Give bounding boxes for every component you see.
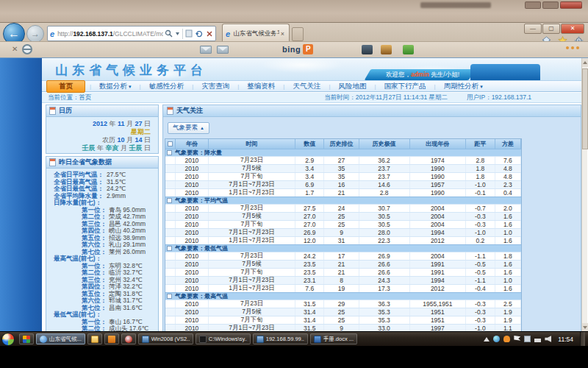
nav-item-3[interactable]: 敏感性分析 <box>141 82 193 91</box>
nav-bar: 首页|数据分析▾|敏感性分析|灾害查询|整编资料|天气关注|风险地图|国家下行产… <box>42 80 584 92</box>
row-checkbox-cell <box>165 252 176 260</box>
table-row[interactable]: 20101月1日~7月23日1.7212.81990-0.10.4 <box>165 188 521 197</box>
cell: 21 <box>324 261 359 268</box>
table-row[interactable]: 20101月1日~7月23日12.03122.320120.21.6 <box>165 236 521 244</box>
maximize-button[interactable]: ▢ <box>542 24 560 34</box>
nav-item-5[interactable]: 整编资料 <box>239 82 283 91</box>
quick-launch-icon[interactable] <box>19 333 34 344</box>
up-arrow-icon[interactable] <box>484 337 490 342</box>
table-row[interactable]: 20107月1日~7月23日23.1824.31994-1.11.0 <box>165 276 521 284</box>
address-bar[interactable]: e http://192.168.137.1/GLCCLIMATE/module… <box>47 26 216 41</box>
search-icon[interactable] <box>165 29 173 38</box>
table-row[interactable]: 20107月23日27.52430.72004-0.72.0 <box>165 204 521 212</box>
table-row[interactable]: 20107月5候27.02530.52004-0.31.6 <box>165 212 521 220</box>
group-label: 气象要素：平均气温 <box>175 197 228 205</box>
taskbar-button-9[interactable]: 手册.docx ... <box>310 333 357 344</box>
table-row[interactable]: 20107月23日24.21726.92004-1.11.8 <box>165 252 521 260</box>
close-button[interactable]: ✕ <box>561 24 584 34</box>
group-checkbox[interactable] <box>167 198 172 203</box>
media-app-icon[interactable] <box>121 333 136 344</box>
table-group-row[interactable]: 气象要素：降水量 <box>165 149 521 156</box>
scrollbar-down-icon[interactable] <box>582 323 588 331</box>
browser-tab[interactable]: e 山东省气候业务平... × <box>222 24 290 43</box>
cell: 1990 <box>410 189 467 197</box>
table-row[interactable]: 20107月23日2.92736.219742.87.6 <box>165 156 521 164</box>
refresh-icon[interactable] <box>195 29 204 38</box>
table-row[interactable]: 20107月下旬31.42535.31951-0.31.9 <box>165 316 521 324</box>
taskbar-button-7[interactable]: C:\Windows\sy... <box>196 333 251 344</box>
table-row[interactable]: 20107月下旬3.43523.719901.84.8 <box>165 172 521 180</box>
nav-item-7[interactable]: 风险地图 <box>330 82 374 91</box>
table-row[interactable]: 20107月5候23.52126.61991-0.51.6 <box>165 260 521 268</box>
show-desktop-button[interactable] <box>580 332 585 347</box>
taskbar-button-8[interactable]: 192.168.59.99... <box>253 333 308 344</box>
group-checkbox[interactable] <box>167 150 172 155</box>
apps-puzzle-icon[interactable] <box>403 45 414 54</box>
taskbar-button-2[interactable]: 山东省气候... <box>36 333 85 344</box>
rank-value: 乳山 29.1mm <box>109 241 146 248</box>
cell: 25 <box>324 308 359 316</box>
message-icon[interactable] <box>217 46 229 54</box>
table-row[interactable]: 20107月5候3.43523.719901.84.8 <box>165 164 521 172</box>
cell: 7月23日 <box>209 157 295 164</box>
table-group-row[interactable]: 气象要素：最低气温 <box>165 244 521 252</box>
new-tab-button[interactable] <box>292 27 304 41</box>
cloud-icon[interactable] <box>503 336 510 342</box>
orange-app-icon[interactable] <box>104 333 119 344</box>
background-minimize-button <box>525 1 541 9</box>
camera-icon[interactable] <box>362 45 373 54</box>
nav-item-6[interactable]: 天气关注 <box>284 82 329 91</box>
nav-item-8[interactable]: 国家下行产品 <box>376 82 434 91</box>
table-row[interactable]: 20107月23日31.52936.31955,1951-0.32.5 <box>165 300 521 308</box>
weather-element-button[interactable]: 气象要素 ▲ <box>168 122 209 134</box>
nav-item-9[interactable]: 周期性分析▾ <box>436 82 491 91</box>
stat-label: 全省平均降水量： <box>54 192 104 199</box>
tab-close-icon[interactable]: × <box>279 30 286 38</box>
chevron-down-icon: ▾ <box>480 84 483 89</box>
group-checkbox[interactable] <box>167 294 172 299</box>
network-icon[interactable] <box>534 336 541 342</box>
taskbar-clock[interactable]: 11:54 <box>558 336 573 343</box>
flag-icon[interactable] <box>514 336 520 342</box>
ime-icon[interactable] <box>493 336 500 342</box>
rank-label: 第一位： <box>82 206 107 213</box>
table-row[interactable]: 20107月1日~7月23日31.5933.01997-1.01.1 <box>165 324 521 331</box>
table-row[interactable]: 20101月1日~7月23日7.61917.32012-0.41.6 <box>165 284 521 292</box>
display-icon[interactable] <box>524 336 531 342</box>
mail-icon[interactable] <box>200 46 212 54</box>
nav-item-4[interactable]: 灾害查询 <box>193 82 237 91</box>
compatibility-icon[interactable] <box>185 29 193 38</box>
search-dropdown-icon[interactable] <box>175 31 180 36</box>
page-scrollbar[interactable] <box>581 58 587 331</box>
scrollbar-thumb[interactable] <box>582 68 588 149</box>
cell: 2004 <box>410 213 467 220</box>
nav-item-2[interactable]: 数据分析▾ <box>91 82 140 91</box>
stat-value: 2.9mm <box>107 192 126 199</box>
forward-button[interactable]: → <box>26 25 44 43</box>
table-row[interactable]: 20107月下旬23.52126.61991-0.51.6 <box>165 268 521 276</box>
blocker-icon[interactable] <box>22 44 32 54</box>
table-row[interactable]: 20107月1日~7月23日6.91614.61957-1.02.3 <box>165 180 521 188</box>
minimize-button[interactable]: — <box>524 24 542 34</box>
calendar-lunar-date: 农历 10 月 14 日 <box>46 136 151 144</box>
select-all-checkbox[interactable] <box>168 141 173 146</box>
contacts-icon[interactable] <box>381 45 392 54</box>
explorer-icon[interactable] <box>87 333 102 344</box>
table-group-row[interactable]: 气象要素：最高气温 <box>165 292 521 300</box>
speaker-icon[interactable] <box>545 336 551 342</box>
nav-item-1[interactable]: 首页 <box>46 80 85 93</box>
start-button[interactable] <box>1 333 15 346</box>
scrollbar-up-icon[interactable] <box>582 58 588 67</box>
bing-logo[interactable]: bing P <box>282 44 313 54</box>
stop-icon[interactable] <box>206 30 213 38</box>
table-group-row[interactable]: 气象要素：平均气温 <box>165 197 521 204</box>
table-row[interactable]: 20107月5候31.42535.31951-0.31.9 <box>165 308 521 316</box>
table-row[interactable]: 20107月下旬27.02530.52004-0.31.6 <box>165 220 521 228</box>
toolbar-overflow-icon[interactable] <box>566 46 579 49</box>
rank-label: 第三位： <box>82 276 107 283</box>
cell: 2.5 <box>495 300 521 308</box>
taskbar-button-6[interactable]: Win2008 (VS2... <box>138 333 193 344</box>
toolbar-close-icon[interactable]: ✕ <box>12 45 18 53</box>
group-checkbox[interactable] <box>167 246 172 251</box>
table-row[interactable]: 20107月1日~7月23日26.9928.01994-1.01.0 <box>165 228 521 236</box>
